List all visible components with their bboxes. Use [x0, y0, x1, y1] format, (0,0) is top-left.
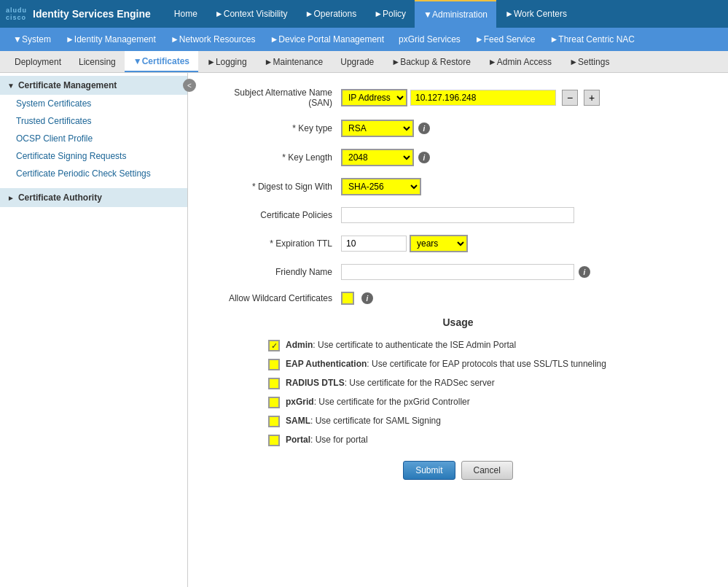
usage-saml-label: SAML: Use certificate for SAML Signing [286, 416, 441, 426]
usage-eap-label: EAP Authentication: Use certificate for … [286, 359, 606, 369]
nav-context-visibility[interactable]: ► Context Visibility [206, 0, 297, 28]
cancel-button[interactable]: Cancel [461, 461, 513, 480]
san-ip-input[interactable] [410, 90, 556, 106]
usage-admin-label: Admin: Use certificate to authenticate t… [286, 340, 516, 350]
tert-nav-settings[interactable]: ► Settings [560, 51, 618, 72]
main-layout: < ▼ Certificate Management System Certif… [0, 73, 728, 587]
cert-policies-label: Certificate Policies [210, 210, 341, 220]
cisco-logo: aluducisco [6, 7, 27, 21]
sec-nav-device-portal[interactable]: ► Device Portal Management [262, 28, 391, 51]
san-add-button[interactable]: + [584, 90, 600, 106]
tert-nav-maintenance[interactable]: ► Maintenance [256, 51, 332, 72]
sidebar-item-periodic-check[interactable]: Certificate Periodic Check Settings [0, 165, 187, 182]
usage-admin-checkbox[interactable] [268, 340, 280, 351]
submit-button[interactable]: Submit [403, 461, 455, 480]
sidebar-collapse-button[interactable]: < [183, 79, 196, 92]
usage-item-portal: Portal: Use for portal [268, 435, 706, 446]
content-area: Subject Alternative Name (SAN) IP Addres… [188, 73, 728, 587]
usage-pxgrid-checkbox[interactable] [268, 397, 280, 408]
friendly-name-label: Friendly Name [210, 267, 341, 277]
sec-nav-network[interactable]: ► Network Resources [163, 28, 263, 51]
friendly-name-row: Friendly Name i [210, 264, 706, 280]
sidebar-item-csr[interactable]: Certificate Signing Requests [0, 147, 187, 165]
tert-nav-logging[interactable]: ► Logging [198, 51, 256, 72]
expiration-label: * Expiration TTL [210, 238, 341, 249]
san-type-select[interactable]: IP Address DNS URI Email [341, 89, 407, 106]
friendly-name-info-icon[interactable]: i [579, 266, 590, 278]
wildcard-controls: i [341, 292, 373, 305]
digest-select[interactable]: SHA-256 SHA-384 SHA-512 [341, 178, 421, 195]
tert-nav-upgrade[interactable]: Upgrade [332, 51, 383, 72]
nav-home[interactable]: Home [165, 0, 206, 28]
usage-title: Usage [210, 316, 706, 328]
usage-item-radius: RADIUS DTLS: Use certificate for the RAD… [268, 378, 706, 389]
certificate-management-header[interactable]: ▼ Certificate Management [0, 76, 187, 95]
usage-portal-checkbox[interactable] [268, 435, 280, 446]
cisco-logo-text: aluducisco [6, 7, 27, 21]
sec-nav-system[interactable]: ▼ System [6, 28, 58, 51]
digest-row: * Digest to Sign With SHA-256 SHA-384 SH… [210, 178, 706, 195]
certificate-authority-header[interactable]: ► Certificate Authority [0, 188, 187, 207]
wildcard-label: Allow Wildcard Certificates [210, 293, 341, 303]
tert-nav-licensing[interactable]: Licensing [70, 51, 125, 72]
nav-operations[interactable]: ► Operations [297, 0, 366, 28]
ttl-controls: days weeks months years [341, 235, 468, 252]
usage-portal-label: Portal: Use for portal [286, 435, 368, 445]
secondary-navigation: ▼ System ► Identity Management ► Network… [0, 28, 728, 51]
cert-policies-input[interactable] [341, 207, 574, 223]
sidebar-item-trusted-certs[interactable]: Trusted Certificates [0, 112, 187, 130]
usage-item-saml: SAML: Use certificate for SAML Signing [268, 416, 706, 427]
tert-nav-deployment[interactable]: Deployment [6, 51, 70, 72]
friendly-name-input[interactable] [341, 264, 574, 280]
app-title: Identity Services Engine [33, 8, 151, 20]
expiration-input[interactable] [341, 236, 407, 252]
sec-nav-identity[interactable]: ► Identity Management [58, 28, 163, 51]
usage-item-admin: Admin: Use certificate to authenticate t… [268, 340, 706, 351]
expiration-unit-select[interactable]: days weeks months years [410, 235, 468, 252]
cert-policies-row: Certificate Policies [210, 207, 706, 223]
sec-nav-feed[interactable]: ► Feed Service [468, 28, 543, 51]
sidebar-item-ocsp[interactable]: OCSP Client Profile [0, 130, 187, 147]
san-row: Subject Alternative Name (SAN) IP Addres… [210, 88, 706, 108]
usage-saml-checkbox[interactable] [268, 416, 280, 427]
nav-administration[interactable]: ▼ Administration [415, 0, 496, 28]
wildcard-row: Allow Wildcard Certificates i [210, 292, 706, 305]
usage-eap-checkbox[interactable] [268, 359, 280, 370]
key-type-select[interactable]: RSA ECDSA [341, 120, 414, 137]
sec-nav-threat[interactable]: ► Threat Centric NAC [542, 28, 642, 51]
certificate-authority-label: Certificate Authority [18, 193, 102, 203]
wildcard-checkbox[interactable] [341, 292, 354, 305]
top-navigation: aluducisco Identity Services Engine Home… [0, 0, 728, 28]
usage-radius-checkbox[interactable] [268, 378, 280, 389]
key-type-info-icon[interactable]: i [418, 123, 430, 134]
key-type-row: * Key type RSA ECDSA i [210, 120, 706, 137]
nav-policy[interactable]: ► Policy [365, 0, 415, 28]
cert-auth-arrow: ► [7, 194, 15, 202]
usage-pxgrid-label: pxGrid: Use certificate for the pxGrid C… [286, 397, 470, 407]
san-label: Subject Alternative Name (SAN) [210, 88, 341, 108]
key-length-info-icon[interactable]: i [418, 152, 430, 163]
nav-items: Home ► Context Visibility ► Operations ►… [165, 0, 722, 28]
tert-nav-admin-access[interactable]: ► Admin Access [480, 51, 560, 72]
san-remove-button[interactable]: − [562, 90, 578, 106]
key-length-label: * Key Length [210, 152, 341, 163]
action-buttons: Submit Cancel [210, 461, 706, 494]
wildcard-info-icon[interactable]: i [361, 292, 373, 304]
sidebar-item-system-certs[interactable]: System Certificates [0, 95, 187, 112]
tertiary-navigation: Deployment Licensing ▼ Certificates ► Lo… [0, 51, 728, 73]
tert-nav-certificates[interactable]: ▼ Certificates [125, 51, 198, 72]
key-length-row: * Key Length 512 1024 2048 4096 i [210, 149, 706, 166]
expiration-row: * Expiration TTL days weeks months years [210, 235, 706, 252]
tert-nav-backup[interactable]: ► Backup & Restore [383, 51, 480, 72]
cert-mgmt-arrow: ▼ [7, 82, 15, 90]
key-length-select[interactable]: 512 1024 2048 4096 [341, 149, 414, 166]
usage-items: Admin: Use certificate to authenticate t… [210, 340, 706, 446]
nav-work-centers[interactable]: ► Work Centers [496, 0, 576, 28]
key-type-label: * Key type [210, 123, 341, 133]
usage-radius-label: RADIUS DTLS: Use certificate for the RAD… [286, 378, 495, 388]
digest-label: * Digest to Sign With [210, 182, 341, 192]
certificate-management-label: Certificate Management [18, 80, 117, 90]
sec-nav-pxgrid[interactable]: pxGrid Services [391, 28, 468, 51]
sidebar: < ▼ Certificate Management System Certif… [0, 73, 188, 587]
certificate-management-section: ▼ Certificate Management System Certific… [0, 73, 187, 185]
